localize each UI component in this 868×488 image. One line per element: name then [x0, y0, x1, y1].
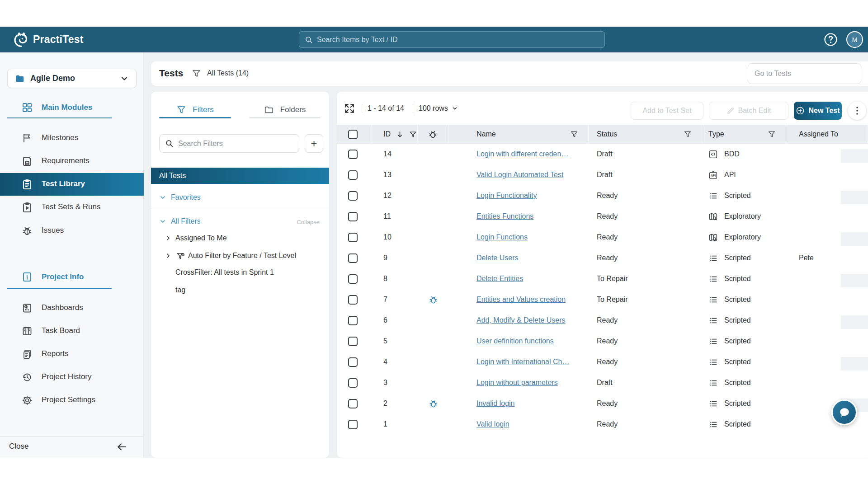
help-button[interactable] [824, 33, 838, 47]
row-checkbox[interactable] [348, 170, 358, 180]
select-all-checkbox[interactable] [348, 130, 358, 139]
global-search-input[interactable] [317, 36, 599, 44]
filter-label: tag [175, 286, 185, 294]
test-name-link[interactable]: Login without parameters [476, 379, 558, 387]
sidebar-item-requirements[interactable]: Requirements [0, 155, 144, 168]
table-row[interactable]: 8 Delete Entities To Repair Scripted [337, 268, 868, 289]
table-row[interactable]: 10 Login Functions Ready Exploratory [337, 227, 868, 248]
all-filters-label: All Filters [171, 217, 201, 225]
bug-icon [429, 295, 438, 305]
column-header-id[interactable]: ID [372, 125, 418, 144]
row-checkbox[interactable] [348, 316, 358, 325]
project-selector[interactable]: Agile Demo [7, 69, 137, 88]
test-name-link[interactable]: Login Functionality [476, 192, 537, 200]
table-row[interactable]: 4 Login with International Ch… Ready Scr… [337, 352, 868, 372]
filter-cross-filter[interactable]: CrossFilter: All tests in Sprint 1 [151, 267, 329, 279]
row-checkbox[interactable] [348, 274, 358, 284]
row-checkbox[interactable] [348, 191, 358, 201]
expand-table-button[interactable] [344, 103, 355, 114]
table-row[interactable]: 12 Login Functionality Ready Scripted [337, 185, 868, 206]
test-name-link[interactable]: User definition functions [476, 337, 554, 345]
row-id: 6 [383, 316, 387, 324]
filter-all-tests-selected[interactable]: All Tests [151, 168, 329, 184]
sidebar-item-test-library[interactable]: Test Library [0, 173, 144, 196]
column-header-name[interactable]: Name [448, 125, 589, 144]
funnel-icon[interactable] [409, 131, 417, 138]
test-name-link[interactable]: Entities Functions [476, 212, 533, 221]
table-row[interactable]: 13 Valid Login Automated Test Draft API … [337, 164, 868, 185]
sidebar-item-issues[interactable]: Issues [0, 225, 144, 237]
scripted-type-icon [708, 191, 718, 201]
column-header-assigned-to[interactable]: Assigned To [786, 125, 841, 144]
test-name-link[interactable]: Entities and Values creation [476, 296, 566, 304]
table-row[interactable]: 5 User definition functions Ready Script… [337, 331, 868, 352]
table-row[interactable]: 7 Entities and Values creation To Repair… [337, 289, 868, 310]
table-row[interactable]: 14 Login with different creden… Draft BD… [337, 144, 868, 164]
go-to-tests-button[interactable]: Go to Tests [748, 63, 861, 84]
row-checkbox[interactable] [348, 295, 358, 305]
test-name-link[interactable]: Login with International Ch… [476, 358, 569, 366]
practitest-logo[interactable]: PractiTest [13, 27, 84, 52]
funnel-icon[interactable] [768, 130, 776, 138]
table-row[interactable]: 11 Entities Functions Ready Exploratory [337, 206, 868, 227]
row-checkbox[interactable] [348, 357, 358, 367]
add-to-test-set-button[interactable]: Add to Test Set [631, 102, 703, 120]
add-filter-button[interactable]: + [305, 134, 323, 153]
sidebar-item-milestones[interactable]: Milestones [0, 132, 144, 145]
filter-label: CrossFilter: All tests in Sprint 1 [175, 268, 274, 277]
filter-auto-filter[interactable]: Auto Filter by Feature / Test Level [151, 250, 329, 263]
test-name-link[interactable]: Add, Modify & Delete Users [476, 316, 566, 324]
filter-assigned-to-me[interactable]: Assigned To Me [151, 232, 329, 245]
chat-widget-button[interactable] [831, 399, 857, 425]
sidebar-item-project-settings[interactable]: Project Settings [0, 394, 144, 407]
favorites-group[interactable]: Favorites [151, 192, 329, 204]
row-checkbox[interactable] [348, 378, 358, 388]
table-row[interactable]: 1 Valid login Ready Scripted [337, 414, 868, 435]
filter-tag[interactable]: tag [151, 284, 329, 297]
row-status: Ready [597, 212, 618, 221]
row-checkbox[interactable] [348, 212, 358, 221]
row-checkbox[interactable] [348, 420, 358, 429]
test-name-link[interactable]: Valid Login Automated Test [476, 171, 563, 179]
table-row[interactable]: 2 Invalid login Ready Scripted [337, 393, 868, 414]
sidebar-item-dashboards[interactable]: Dashboards [0, 302, 144, 314]
batch-edit-button[interactable]: Batch Edit [709, 102, 788, 120]
user-avatar[interactable]: M [846, 31, 863, 48]
sidebar-item-reports[interactable]: Reports [0, 348, 144, 361]
table-body: 14 Login with different creden… Draft BD… [337, 144, 868, 435]
sidebar-item-test-sets-runs[interactable]: Test Sets & Runs [0, 201, 144, 214]
row-checkbox[interactable] [348, 233, 358, 242]
test-name-link[interactable]: Login with different creden… [476, 150, 568, 158]
collapse-link[interactable]: Collapse [297, 219, 320, 225]
test-name-link[interactable]: Valid login [476, 420, 509, 428]
table-row[interactable]: 6 Add, Modify & Delete Users Ready Scrip… [337, 310, 868, 331]
row-checkbox[interactable] [348, 399, 358, 408]
test-name-link[interactable]: Login Functions [476, 233, 528, 241]
column-label: ID [383, 130, 391, 138]
row-checkbox[interactable] [348, 253, 358, 263]
column-header-status[interactable]: Status [589, 125, 702, 144]
column-header-type[interactable]: Type [702, 125, 786, 144]
column-header-bug[interactable] [418, 125, 448, 144]
new-test-button[interactable]: New Test [794, 102, 842, 120]
funnel-icon[interactable] [570, 130, 578, 138]
tab-filters[interactable]: Filters [159, 103, 231, 117]
sidebar-collapse-button[interactable]: Close [0, 440, 144, 454]
sort-desc-icon[interactable] [396, 131, 404, 138]
row-checkbox[interactable] [348, 337, 358, 346]
table-row[interactable]: 9 Delete Users Ready Scripted Pete [337, 248, 868, 268]
scripted-type-icon [708, 420, 718, 429]
test-name-link[interactable]: Delete Users [476, 254, 518, 262]
filter-search-input[interactable] [178, 140, 293, 148]
row-checkbox[interactable] [348, 150, 358, 159]
table-row[interactable]: 3 Login without parameters Draft Scripte… [337, 372, 868, 393]
test-name-link[interactable]: Delete Entities [476, 275, 523, 283]
sidebar-item-project-history[interactable]: Project History [0, 371, 144, 384]
funnel-icon[interactable] [684, 130, 692, 138]
tab-folders[interactable]: Folders [249, 103, 321, 117]
more-actions-button[interactable] [848, 102, 866, 120]
rows-per-page-select[interactable]: 100 rows [419, 104, 458, 113]
test-name-link[interactable]: Invalid login [476, 399, 515, 408]
sidebar-item-task-board[interactable]: Task Board [0, 325, 144, 338]
all-filters-group[interactable]: All Filters Collapse [151, 216, 329, 228]
